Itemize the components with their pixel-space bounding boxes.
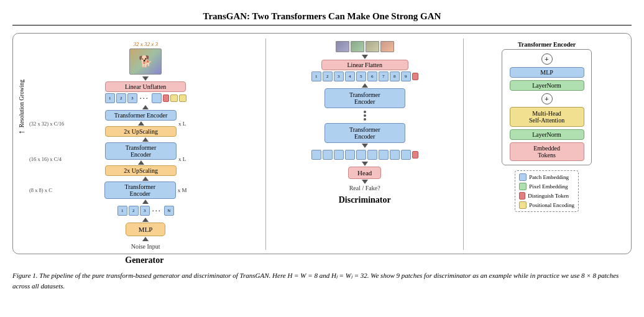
disc-arrow-2: [362, 83, 368, 88]
dt-8: 8: [390, 71, 400, 81]
disc-arrow-5: [362, 180, 368, 184]
bottom-labels-row: Generator: [12, 254, 632, 265]
arrow-3: [138, 121, 144, 126]
encoder-box: + MLP LayerNorm + Multi-HeadSelf-Attenti…: [502, 49, 592, 165]
generator-section: ↑ Resolution Growing 32 x 32 x 3 🐕 Linea…: [17, 39, 266, 250]
caption: Figure 1. The pipeline of the pure trans…: [12, 270, 632, 291]
block-32: (32 x 32) x C/16 Transformer Encoder 2x …: [29, 110, 262, 137]
resolution-label: Resolution Growing: [19, 80, 25, 127]
real-fake-label: Real / Fake?: [349, 185, 380, 191]
arrow-2: [142, 105, 149, 109]
legend-pixel-icon: [519, 183, 527, 190]
arrow-8: [142, 218, 149, 222]
arrow-6: [142, 177, 149, 181]
legend-patch-icon: [519, 173, 527, 181]
legend-pixel: Pixel Embedding: [519, 183, 574, 190]
dt-6: 6: [367, 71, 377, 81]
dt-2: 2: [323, 71, 333, 81]
disc-img-1: [336, 41, 349, 52]
discriminator-images: [336, 41, 394, 52]
token-1: 1: [105, 93, 115, 103]
dist-token-1: [163, 94, 169, 102]
dt-dist: [412, 73, 418, 80]
arrow-7: [142, 200, 149, 204]
disc-arrow-1: [362, 55, 368, 59]
bt-4: [345, 150, 355, 160]
disc-img-4: [380, 41, 394, 52]
tokens-row-1: 1 2 3 ···: [105, 93, 186, 103]
legend-dist-icon: [519, 192, 525, 200]
arrow-4: [142, 137, 149, 142]
dog-image: 🐕: [129, 48, 162, 75]
bt-8: [390, 150, 400, 160]
legend-patch: Patch Embedding: [519, 173, 574, 181]
resolution-arrow: ↑ Resolution Growing: [17, 39, 27, 250]
transformer-enc-2: TransformerEncoder: [105, 142, 177, 160]
pos-token-1: [170, 94, 178, 102]
add-circle-2: +: [541, 93, 553, 104]
bt-9: [401, 150, 411, 160]
disc-bottom-tokens: [311, 150, 418, 160]
caption-text: Figure 1. The pipeline of the pure trans…: [12, 272, 619, 290]
legend-dist: Distinguish Token: [519, 192, 574, 200]
dt-5: 5: [356, 71, 366, 81]
disc-arrow-4: [362, 162, 368, 166]
disc-arrow-3: [362, 144, 368, 148]
xl-label-1: x L: [178, 121, 186, 127]
block-16: (16 x 16) x C/4 TransformerEncoder 2x Up…: [29, 142, 262, 176]
vdot-1: [364, 111, 366, 113]
xm-label: x M: [178, 187, 187, 193]
enc-multihead: Multi-HeadSelf-Attention: [510, 107, 584, 127]
numbered-tokens: 1 2 3 ··· N: [117, 206, 174, 216]
dots-2: ···: [152, 206, 162, 216]
bt-5: [356, 150, 366, 160]
transformer-enc-1: Transformer Encoder: [105, 110, 177, 121]
size-label-3: (8 x 8) x C: [29, 187, 52, 193]
block-8: (8 x 8) x C TransformerEncoder x M: [29, 181, 262, 199]
token-n1: [152, 93, 162, 103]
upscaling-2: 2x UpScaling: [105, 165, 177, 176]
disc-tokens-row: 1 2 3 4 5 6 7 8 9: [311, 71, 418, 81]
ntoken-n: N: [164, 206, 174, 216]
generator-label: Generator: [125, 255, 163, 265]
legend-pixel-label: Pixel Embedding: [529, 183, 568, 190]
legend-section: Patch Embedding Pixel Embedding Distingu…: [515, 170, 579, 212]
size-label-1: (32 x 32) x C/16: [29, 121, 64, 127]
ntoken-1: 1: [117, 206, 127, 216]
discriminator-section: Linear Flatten 1 2 3 4 5 6 7 8 9 Transfo…: [266, 39, 464, 250]
upscaling-1: 2x UpScaling: [105, 126, 177, 137]
main-diagram: ↑ Resolution Growing 32 x 32 x 3 🐕 Linea…: [12, 33, 632, 254]
legend-pos-label: Positional Encoding: [529, 202, 574, 208]
xl-label-2: x L: [178, 156, 186, 162]
enc-mlp: MLP: [510, 67, 584, 78]
vdot-3: [364, 118, 366, 121]
pos-token-2: [179, 94, 186, 102]
bt-3: [334, 150, 344, 160]
token-2: 2: [116, 93, 126, 103]
encoder-detail-section: Transformer Encoder + MLP LayerNorm + Mu…: [464, 39, 627, 250]
bt-1: [311, 150, 321, 160]
legend-patch-label: Patch Embedding: [529, 174, 569, 180]
dt-9: 9: [401, 71, 411, 81]
ntoken-2: 2: [129, 206, 139, 216]
arrow-5: [138, 160, 144, 165]
linear-unflatten-box: Linear Unflatten: [105, 81, 186, 92]
paper-title: TransGAN: Two Transformers Can Make One …: [12, 11, 632, 25]
dt-3: 3: [334, 71, 344, 81]
vdot-2: [364, 114, 366, 117]
noise-label: Noise Input: [131, 243, 160, 250]
ntoken-3: 3: [140, 206, 150, 216]
enc-layernorm-1: LayerNorm: [510, 80, 584, 91]
linear-flatten-box: Linear Flatten: [321, 60, 408, 70]
token-3: 3: [127, 93, 137, 103]
arrow-9: [142, 237, 149, 241]
arrow-1: [142, 76, 149, 81]
disc-img-2: [351, 41, 364, 52]
bt-2: [323, 150, 333, 160]
legend-dist-label: Distinguish Token: [528, 193, 569, 199]
mlp-box: MLP: [126, 223, 166, 236]
dt-7: 7: [379, 71, 389, 81]
enc-layernorm-2: LayerNorm: [510, 129, 584, 140]
bt-6: [367, 150, 377, 160]
generator-content: 32 x 32 x 3 🐕 Linear Unflatten 1 2 3 ···: [29, 39, 262, 250]
